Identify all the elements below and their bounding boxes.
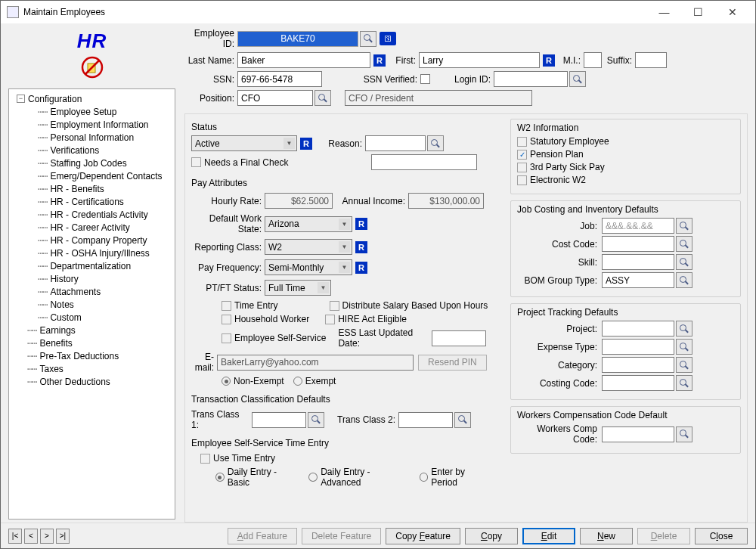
tree-item[interactable]: ⋯⋯Benefits: [12, 337, 172, 349]
enter-by-period-radio[interactable]: Enter by Period: [420, 467, 492, 488]
daily-basic-radio[interactable]: Daily Entry - Basic: [215, 467, 299, 488]
tree-item[interactable]: ⋯⋯HR - OSHA Injury/Illness: [12, 247, 172, 259]
needs-final-check[interactable]: Needs a Final Check: [191, 157, 288, 168]
loginid-lookup-button[interactable]: [569, 71, 586, 87]
delete-feature-button[interactable]: Delete Feature: [302, 528, 381, 544]
employee-id-input[interactable]: [237, 31, 358, 47]
tree-item[interactable]: ⋯⋯Taxes: [12, 362, 172, 375]
job-input[interactable]: [602, 218, 674, 234]
new-button[interactable]: New: [580, 528, 633, 544]
hire-check[interactable]: HIRE Act Eligible: [325, 314, 407, 324]
category-input[interactable]: [602, 357, 674, 373]
pension-check[interactable]: ✓Pension Plan: [517, 149, 584, 160]
costing-input[interactable]: [602, 375, 674, 391]
reason-lookup-button[interactable]: [427, 135, 444, 151]
resend-pin-button[interactable]: Resend PIN: [418, 355, 487, 371]
household-check[interactable]: Household Worker: [222, 314, 309, 324]
config-tree[interactable]: − Configuration ⋯⋯Employee Setup⋯⋯Employ…: [8, 88, 175, 520]
default-work-state-combo[interactable]: Arizona▼: [265, 216, 352, 232]
expense-lookup[interactable]: [676, 339, 692, 355]
mi-input[interactable]: [584, 52, 602, 68]
close-button-footer[interactable]: Close: [695, 528, 748, 544]
trans-c2-lookup[interactable]: [454, 412, 471, 428]
reason-input[interactable]: [365, 135, 426, 151]
tree-item[interactable]: ⋯⋯Employment Information: [12, 118, 172, 131]
tree-item[interactable]: ⋯⋯Pre-Tax Deductions: [12, 349, 172, 362]
cost-lookup[interactable]: [676, 236, 692, 252]
tree-item[interactable]: ⋯⋯Attachments: [12, 285, 172, 298]
nav-next[interactable]: >: [40, 529, 54, 544]
tree-item[interactable]: ⋯⋯Custom: [12, 311, 172, 324]
key-icon[interactable]: ⚿: [380, 32, 396, 45]
job-lookup[interactable]: [676, 218, 692, 234]
wc-input[interactable]: [602, 426, 674, 442]
project-input[interactable]: [602, 321, 674, 337]
reporting-class-combo[interactable]: W2▼: [265, 239, 352, 255]
skill-input[interactable]: [602, 254, 674, 270]
tree-item[interactable]: ⋯⋯History: [12, 272, 172, 285]
trans-c1-input[interactable]: [252, 412, 306, 428]
tree-item[interactable]: ⋯⋯Other Deductions: [12, 375, 172, 388]
bom-input[interactable]: [602, 272, 674, 288]
electronic-w2-check[interactable]: Electronic W2: [517, 175, 586, 185]
nav-last[interactable]: >|: [56, 529, 70, 544]
distribute-check[interactable]: Distribute Salary Based Upon Hours: [330, 300, 488, 311]
employee-id-lookup-button[interactable]: [360, 31, 376, 47]
nav-prev[interactable]: <: [24, 529, 38, 544]
tree-item[interactable]: ⋯⋯Emerg/Dependent Contacts: [12, 169, 172, 182]
copy-button[interactable]: Copy: [465, 528, 518, 544]
maximize-button[interactable]: ☐: [681, 2, 715, 23]
expense-input[interactable]: [602, 339, 674, 355]
exempt-radio[interactable]: Exempt: [293, 376, 336, 386]
delete-button[interactable]: Delete: [637, 528, 690, 544]
ess-updated-input[interactable]: [432, 330, 486, 346]
tree-item[interactable]: ⋯⋯HR - Credentials Activity: [12, 208, 172, 221]
category-lookup[interactable]: [676, 357, 692, 373]
tree-item[interactable]: ⋯⋯HR - Benefits: [12, 182, 172, 195]
ptft-combo[interactable]: Full Time▼: [265, 280, 331, 296]
lastname-input[interactable]: [237, 52, 370, 68]
statutory-check[interactable]: Statutory Employee: [517, 136, 609, 147]
minimize-button[interactable]: —: [647, 2, 681, 23]
suffix-input[interactable]: [635, 52, 667, 68]
pay-frequency-combo[interactable]: Semi-Monthly▼: [265, 259, 352, 275]
tree-item[interactable]: ⋯⋯HR - Certifications: [12, 195, 172, 208]
skill-lookup[interactable]: [676, 254, 692, 270]
ess-check[interactable]: Employee Self-Service: [222, 333, 326, 343]
time-entry-check[interactable]: Time Entry: [222, 300, 278, 311]
add-feature-button[interactable]: Add Feature: [228, 528, 297, 544]
tree-item[interactable]: ⋯⋯HR - Company Property: [12, 234, 172, 247]
ssn-verified-checkbox[interactable]: [420, 74, 430, 84]
tree-item[interactable]: ⋯⋯HR - Career Activity: [12, 221, 172, 234]
tree-item[interactable]: ⋯⋯Earnings: [12, 324, 172, 337]
email-input[interactable]: [217, 355, 414, 371]
status-combo[interactable]: Active▼: [191, 135, 297, 151]
bom-lookup[interactable]: [676, 272, 692, 288]
collapse-icon[interactable]: −: [17, 95, 25, 103]
tree-root[interactable]: − Configuration: [12, 92, 172, 105]
position-lookup-button[interactable]: [314, 90, 331, 106]
third-party-check[interactable]: 3rd Party Sick Pay: [517, 162, 605, 172]
position-input[interactable]: [237, 90, 313, 106]
loginid-input[interactable]: [494, 71, 568, 87]
first-input[interactable]: [419, 52, 540, 68]
trans-c1-lookup[interactable]: [308, 412, 324, 428]
close-button[interactable]: ✕: [715, 2, 749, 23]
cost-input[interactable]: [602, 236, 674, 252]
tree-item[interactable]: ⋯⋯Departmentalization: [12, 259, 172, 272]
edit-button[interactable]: Edit: [522, 528, 575, 544]
copy-feature-button[interactable]: Copy Feature: [386, 528, 460, 544]
tree-item[interactable]: ⋯⋯Employee Setup: [12, 105, 172, 118]
tree-item[interactable]: ⋯⋯Notes: [12, 298, 172, 311]
use-time-entry-check[interactable]: Use Time Entry: [200, 453, 275, 464]
wc-lookup[interactable]: [676, 426, 692, 442]
trans-c2-input[interactable]: [398, 412, 453, 428]
ssn-input[interactable]: [237, 71, 322, 87]
non-exempt-radio[interactable]: Non-Exempt: [222, 376, 284, 386]
daily-advanced-radio[interactable]: Daily Entry - Advanced: [308, 467, 410, 488]
tree-item[interactable]: ⋯⋯Staffing Job Codes: [12, 157, 172, 169]
tree-item[interactable]: ⋯⋯Verifications: [12, 144, 172, 157]
costing-lookup[interactable]: [676, 375, 692, 391]
nav-first[interactable]: |<: [8, 529, 22, 544]
project-lookup[interactable]: [676, 321, 692, 337]
